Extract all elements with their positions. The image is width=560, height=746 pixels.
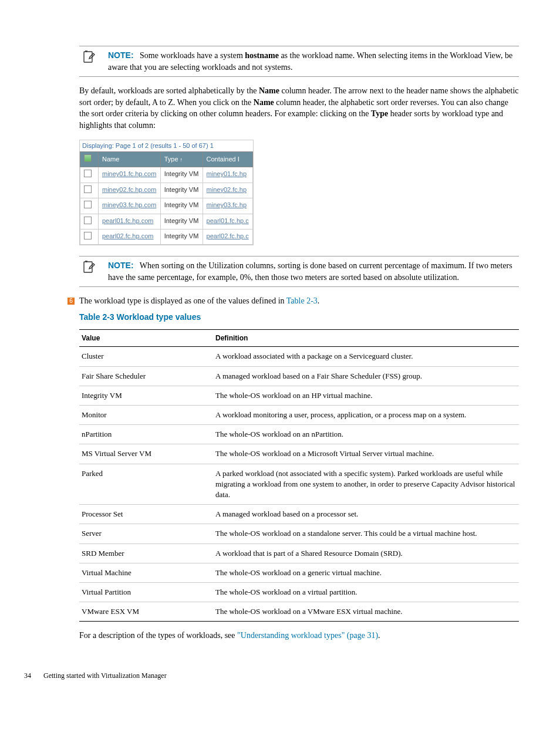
table-row: MonitorA workload monitoring a user, pro…	[79, 406, 519, 425]
note-label: NOTE:	[108, 261, 134, 270]
row-name[interactable]: miney02.fc.hp.com	[99, 183, 161, 198]
svg-rect-1	[84, 262, 92, 272]
sort-arrow-icon: ↑	[180, 157, 183, 163]
th-value: Value	[79, 329, 213, 347]
note-content: NOTE: When sorting on the Utilization co…	[108, 260, 519, 283]
closing-para: For a description of the types of worklo…	[79, 630, 519, 642]
row-name[interactable]: pearl02.fc.hp.com	[99, 229, 161, 244]
note-icon	[79, 260, 108, 274]
row-checkbox[interactable]	[84, 185, 92, 193]
row-contained[interactable]: miney03.fc.hp	[203, 198, 252, 214]
table-row: MS Virtual Server VMThe whole-OS workloa…	[79, 444, 519, 464]
column-header-name[interactable]: Name	[99, 151, 161, 167]
page-footer: 34 Getting started with Virtualization M…	[24, 671, 519, 681]
row-type: Integrity VM	[160, 229, 203, 244]
table-row: pearl02.fc.hp.com Integrity VM pearl02.f…	[80, 229, 253, 244]
callout-6: 6 The workload type is displayed as one …	[68, 295, 519, 307]
row-contained[interactable]: pearl02.fc.hp.c	[203, 229, 252, 244]
row-name[interactable]: miney01.fc.hp.com	[99, 167, 161, 183]
note-text-bold: hostname	[245, 51, 279, 60]
th-definition: Definition	[213, 329, 519, 347]
note-text: When sorting on the Utilization columns,…	[108, 261, 512, 282]
svg-rect-0	[84, 52, 92, 62]
table-row: Virtual MachineThe whole-OS workload on …	[79, 563, 519, 582]
row-contained[interactable]: pearl01.fc.hp.c	[203, 214, 252, 229]
table-row: ClusterA workload associated with a pack…	[79, 347, 519, 366]
link-table-2-3[interactable]: Table 2-3	[286, 296, 318, 305]
callout-number: 6	[68, 298, 75, 305]
display-bar: Displaying: Page 1 of 2 (results 1 - 50 …	[80, 140, 253, 151]
row-name[interactable]: miney03.fc.hp.com	[99, 198, 161, 214]
table-row: SRD MemberA workload that is part of a S…	[79, 544, 519, 563]
para-default-sort: By default, workloads are sorted alphabe…	[79, 85, 519, 131]
table-row: Virtual PartitionThe whole-OS workload o…	[79, 582, 519, 602]
row-type: Integrity VM	[160, 198, 203, 214]
table-title: Table 2-3 Workload type values	[79, 312, 519, 323]
table-row: pearl01.fc.hp.com Integrity VM pearl01.f…	[80, 214, 253, 229]
row-name[interactable]: pearl01.fc.hp.com	[99, 214, 161, 229]
table-row: VMware ESX VMThe whole-OS workload on a …	[79, 602, 519, 622]
table-row: miney02.fc.hp.com Integrity VM miney02.f…	[80, 183, 253, 198]
note-block-2: NOTE: When sorting on the Utilization co…	[79, 256, 519, 287]
row-contained[interactable]: miney01.fc.hp	[203, 167, 252, 183]
footer-title: Getting started with Virtualization Mana…	[43, 671, 167, 680]
table-row: miney03.fc.hp.com Integrity VM miney03.f…	[80, 198, 253, 214]
row-checkbox[interactable]	[84, 232, 92, 239]
row-type: Integrity VM	[160, 214, 203, 229]
screenshot-workload-table: Displaying: Page 1 of 2 (results 1 - 50 …	[79, 140, 254, 246]
page-number: 34	[24, 671, 31, 680]
note-block-1: NOTE: Some workloads have a system hostn…	[79, 46, 519, 77]
row-checkbox[interactable]	[84, 201, 92, 208]
note-content: NOTE: Some workloads have a system hostn…	[108, 50, 519, 73]
column-header-contained[interactable]: Contained I	[203, 151, 252, 167]
link-understanding-workload-types[interactable]: "Understanding workload types" (page 31)	[237, 631, 378, 640]
table-row: miney01.fc.hp.com Integrity VM miney01.f…	[80, 167, 253, 183]
note-label: NOTE:	[108, 50, 134, 60]
screenshot-table: Name Type ↑ Contained I miney01.fc.hp.co…	[80, 151, 253, 245]
note-icon	[79, 50, 108, 64]
table-row: Integrity VMThe whole-OS workload on an …	[79, 386, 519, 405]
row-type: Integrity VM	[160, 183, 203, 198]
table-row: ParkedA parked workload (not associated …	[79, 464, 519, 505]
row-checkbox[interactable]	[84, 217, 92, 224]
table-row: nPartitionThe whole-OS workload on an nP…	[79, 425, 519, 444]
column-header-type[interactable]: Type ↑	[160, 151, 203, 167]
row-contained[interactable]: miney02.fc.hp	[203, 183, 252, 198]
row-type: Integrity VM	[160, 167, 203, 183]
workload-type-table: Value Definition ClusterA workload assoc…	[79, 329, 519, 622]
table-row: Processor SetA managed workload based on…	[79, 505, 519, 524]
table-row: Fair Share SchedulerA managed workload b…	[79, 366, 519, 386]
note-text-before: Some workloads have a system	[140, 51, 245, 60]
callout-text: The workload type is displayed as one of…	[79, 295, 319, 307]
select-all-checkbox[interactable]	[84, 154, 92, 162]
row-checkbox[interactable]	[84, 170, 92, 177]
table-row: ServerThe whole-OS workload on a standal…	[79, 524, 519, 544]
